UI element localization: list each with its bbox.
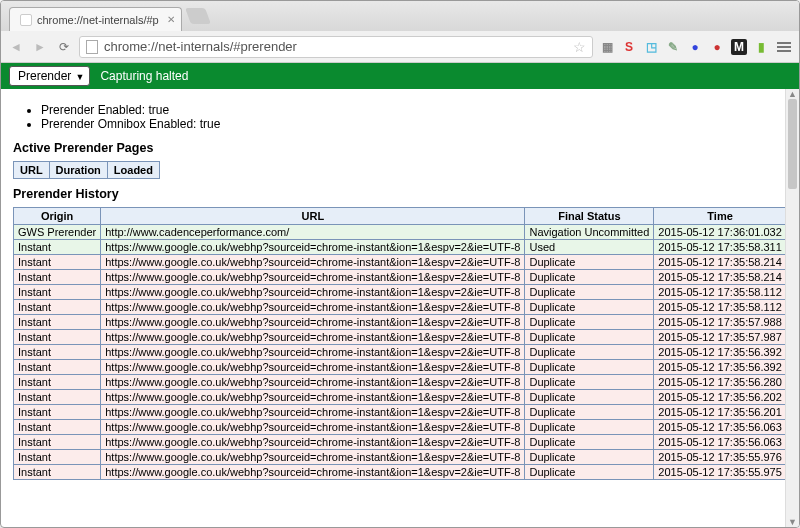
cell-status: Duplicate (525, 300, 654, 315)
cell-origin: Instant (14, 255, 101, 270)
page-icon (86, 40, 98, 54)
cell-url: https://www.google.co.uk/webhp?sourceid=… (101, 330, 525, 345)
cell-status: Navigation Uncommitted (525, 225, 654, 240)
cell-status: Used (525, 240, 654, 255)
cell-status: Duplicate (525, 465, 654, 480)
table-row: GWS Prerenderhttp://www.cadenceperforman… (14, 225, 786, 240)
cell-status: Duplicate (525, 405, 654, 420)
cell-url: https://www.google.co.uk/webhp?sourceid=… (101, 255, 525, 270)
cell-origin: Instant (14, 360, 101, 375)
cell-url: https://www.google.co.uk/webhp?sourceid=… (101, 420, 525, 435)
cell-time: 2015-05-12 17:35:58.112 (654, 300, 785, 315)
table-row: Instanthttps://www.google.co.uk/webhp?so… (14, 405, 786, 420)
cell-url: https://www.google.co.uk/webhp?sourceid=… (101, 450, 525, 465)
col-status: Final Status (525, 208, 654, 225)
cell-origin: Instant (14, 240, 101, 255)
cell-origin: Instant (14, 435, 101, 450)
table-row: Instanthttps://www.google.co.uk/webhp?so… (14, 240, 786, 255)
omnibox[interactable]: ☆ (79, 36, 593, 58)
cell-origin: Instant (14, 375, 101, 390)
cell-status: Duplicate (525, 330, 654, 345)
cell-url: https://www.google.co.uk/webhp?sourceid=… (101, 300, 525, 315)
cell-url: https://www.google.co.uk/webhp?sourceid=… (101, 285, 525, 300)
table-row: Instanthttps://www.google.co.uk/webhp?so… (14, 300, 786, 315)
table-row: Instanthttps://www.google.co.uk/webhp?so… (14, 360, 786, 375)
table-row: Instanthttps://www.google.co.uk/webhp?so… (14, 255, 786, 270)
cell-time: 2015-05-12 17:35:55.976 (654, 450, 785, 465)
cell-url: http://www.cadenceperformance.com/ (101, 225, 525, 240)
cell-time: 2015-05-12 17:35:56.392 (654, 360, 785, 375)
active-col: Duration (49, 162, 107, 179)
tab-strip: chrome://net-internals/#p ✕ (1, 1, 799, 31)
col-origin: Origin (14, 208, 101, 225)
cell-url: https://www.google.co.uk/webhp?sourceid=… (101, 405, 525, 420)
active-prerender-table: URLDurationLoaded (13, 161, 160, 179)
extension-icons: ▦S◳✎●●M▮ (599, 39, 769, 55)
col-url: URL (101, 208, 525, 225)
prerender-history-table: Origin URL Final Status Time GWS Prerend… (13, 207, 785, 480)
cell-origin: GWS Prerender (14, 225, 101, 240)
cell-url: https://www.google.co.uk/webhp?sourceid=… (101, 375, 525, 390)
extension-icon[interactable]: ✎ (665, 39, 681, 55)
extension-icon[interactable]: ◳ (643, 39, 659, 55)
extension-icon[interactable]: M (731, 39, 747, 55)
cell-status: Duplicate (525, 255, 654, 270)
table-row: Instanthttps://www.google.co.uk/webhp?so… (14, 465, 786, 480)
cell-time: 2015-05-12 17:35:56.280 (654, 375, 785, 390)
tab-favicon (20, 14, 32, 26)
browser-tab[interactable]: chrome://net-internals/#p ✕ (9, 7, 182, 31)
extension-icon[interactable]: ▦ (599, 39, 615, 55)
cell-origin: Instant (14, 315, 101, 330)
table-row: Instanthttps://www.google.co.uk/webhp?so… (14, 375, 786, 390)
cell-url: https://www.google.co.uk/webhp?sourceid=… (101, 390, 525, 405)
cell-status: Duplicate (525, 435, 654, 450)
table-row: Instanthttps://www.google.co.uk/webhp?so… (14, 315, 786, 330)
tab-title: chrome://net-internals/#p (37, 14, 159, 26)
url-input[interactable] (104, 39, 567, 54)
cell-status: Duplicate (525, 360, 654, 375)
active-heading: Active Prerender Pages (13, 141, 773, 155)
prerender-status-list: Prerender Enabled: truePrerender Omnibox… (41, 103, 773, 131)
bookmark-star-icon[interactable]: ☆ (573, 39, 586, 55)
extension-icon[interactable]: S (621, 39, 637, 55)
scroll-down-icon[interactable]: ▼ (786, 517, 799, 527)
history-heading: Prerender History (13, 187, 773, 201)
new-tab-button[interactable] (185, 8, 211, 24)
extension-icon[interactable]: ● (687, 39, 703, 55)
extension-icon[interactable]: ● (709, 39, 725, 55)
back-button[interactable]: ◄ (7, 38, 25, 56)
cell-url: https://www.google.co.uk/webhp?sourceid=… (101, 435, 525, 450)
cell-time: 2015-05-12 17:35:55.975 (654, 465, 785, 480)
scroll-area: Prerender Enabled: truePrerender Omnibox… (1, 89, 785, 527)
extension-icon[interactable]: ▮ (753, 39, 769, 55)
cell-status: Duplicate (525, 270, 654, 285)
cell-origin: Instant (14, 270, 101, 285)
close-tab-icon[interactable]: ✕ (167, 14, 175, 25)
section-dropdown[interactable]: Prerender ▼ (9, 66, 90, 86)
reload-button[interactable]: ⟳ (55, 38, 73, 56)
cell-status: Duplicate (525, 375, 654, 390)
cell-status: Duplicate (525, 420, 654, 435)
cell-time: 2015-05-12 17:35:57.988 (654, 315, 785, 330)
cell-time: 2015-05-12 17:35:58.311 (654, 240, 785, 255)
table-row: Instanthttps://www.google.co.uk/webhp?so… (14, 285, 786, 300)
table-row: Instanthttps://www.google.co.uk/webhp?so… (14, 420, 786, 435)
chrome-menu-icon[interactable] (775, 40, 793, 54)
cell-origin: Instant (14, 465, 101, 480)
cell-status: Duplicate (525, 450, 654, 465)
active-col: Loaded (107, 162, 159, 179)
scrollbar-thumb[interactable] (788, 99, 797, 189)
cell-url: https://www.google.co.uk/webhp?sourceid=… (101, 465, 525, 480)
vertical-scrollbar[interactable]: ▲ ▼ (785, 89, 799, 527)
cell-status: Duplicate (525, 315, 654, 330)
scroll-up-icon[interactable]: ▲ (786, 89, 799, 99)
cell-origin: Instant (14, 450, 101, 465)
cell-time: 2015-05-12 17:35:56.201 (654, 405, 785, 420)
status-item: Prerender Omnibox Enabled: true (41, 117, 773, 131)
page-content: Prerender ▼ Capturing halted ▲ ▼ Prerend… (1, 63, 799, 527)
table-row: Instanthttps://www.google.co.uk/webhp?so… (14, 450, 786, 465)
cell-time: 2015-05-12 17:35:56.063 (654, 420, 785, 435)
forward-button[interactable]: ► (31, 38, 49, 56)
cell-time: 2015-05-12 17:35:58.214 (654, 255, 785, 270)
cell-origin: Instant (14, 345, 101, 360)
